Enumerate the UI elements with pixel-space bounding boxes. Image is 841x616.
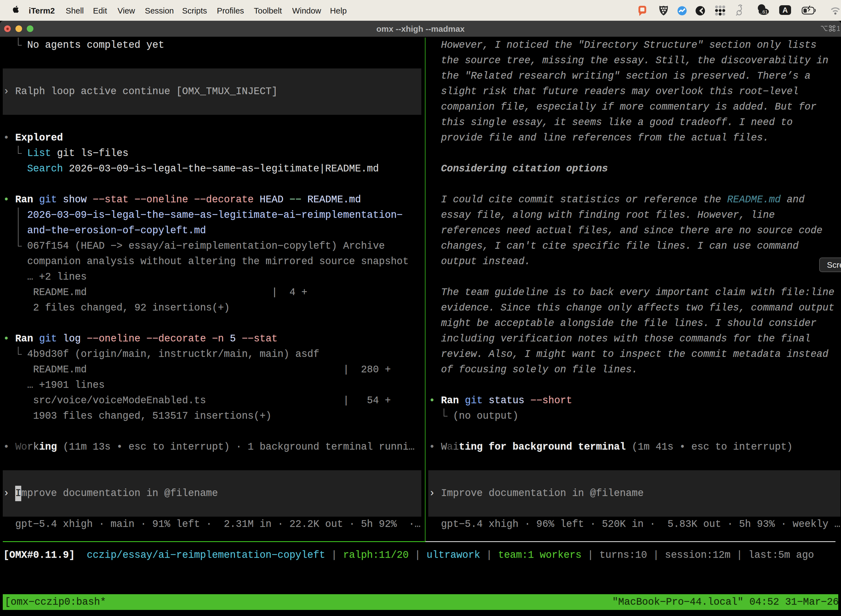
- svg-text:A: A: [782, 6, 788, 14]
- svg-text:1: 1: [837, 25, 840, 32]
- svg-text:..61: ..61: [760, 9, 768, 15]
